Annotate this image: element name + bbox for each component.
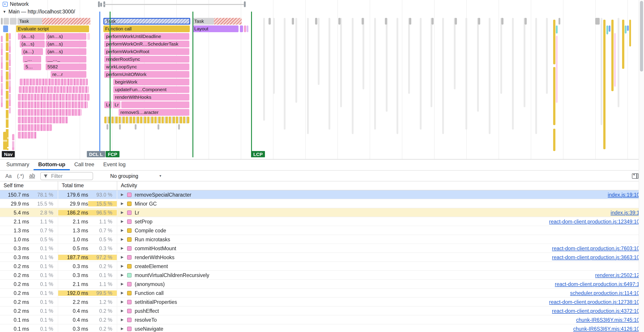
flame-bar[interactable] [408, 18, 410, 94]
flame-bar-function-call[interactable]: Function call [104, 25, 190, 32]
flame-bar-task[interactable]: Task [104, 18, 190, 24]
flame-bar[interactable] [629, 20, 631, 46]
marker-lcp[interactable]: LCP [251, 151, 265, 157]
expand-arrow-icon[interactable]: ▶ [121, 309, 127, 313]
flame-bar[interactable] [106, 124, 108, 130]
flame-bar[interactable] [4, 18, 9, 24]
source-link[interactable]: chunk-IR6S3I6Y.mjs:745:10 [576, 317, 644, 323]
flame-bar[interactable] [558, 18, 560, 24]
flame-bar[interactable] [135, 124, 136, 130]
flame-bar[interactable] [625, 25, 626, 33]
flame-bar-5582[interactable]: 5582 [46, 63, 86, 70]
flame-bar-beginwork[interactable]: beginWork [113, 79, 189, 85]
marker-nav[interactable]: Nav [2, 151, 15, 157]
flame-bar[interactable] [501, 18, 504, 24]
flame-bar[interactable] [119, 124, 121, 130]
flame-bar-task[interactable]: Task [18, 18, 42, 24]
vertical-scrollbar[interactable] [639, 0, 644, 332]
flame-bar[interactable] [614, 33, 616, 87]
expand-arrow-icon[interactable]: ▶ [121, 264, 127, 268]
flame-bar[interactable] [246, 25, 248, 32]
column-header-self-time[interactable]: Self time [0, 181, 58, 190]
scrollbar-thumb[interactable] [640, 1, 643, 71]
marker-dcl-l[interactable]: DCL L [87, 151, 105, 157]
flame-bar-removes-aracter[interactable]: removeS…aracter [118, 109, 189, 116]
grouping-select[interactable]: No grouping ▼ [110, 173, 162, 178]
flame-bar[interactable] [455, 18, 457, 24]
table-row[interactable]: 2.1 ms1.1 %2.1 ms1.1 %▶setPropreact-dom-… [0, 217, 644, 226]
flame-bar[interactable] [420, 18, 422, 130]
flame-bar[interactable] [352, 18, 354, 134]
source-link[interactable]: react-dom-client.production.js:12738:10 [549, 299, 644, 305]
flame-bar[interactable] [396, 18, 398, 134]
expand-arrow-icon[interactable]: ▶ [121, 318, 127, 322]
flame-bar[interactable] [9, 33, 11, 114]
tab-event-log[interactable]: Event log [99, 160, 130, 170]
flame-bar[interactable] [478, 18, 480, 24]
flame-bar[interactable] [600, 18, 602, 125]
flame-bar[interactable] [18, 124, 52, 131]
table-row[interactable]: 0.2 ms0.1 %192.0 ms99.5 %▶Function calls… [0, 289, 644, 298]
flame-bar[interactable] [362, 18, 364, 24]
flame-bar-renderwithhooks[interactable]: renderWithHooks [113, 94, 189, 101]
flame-bar[interactable] [12, 134, 14, 150]
tab-bottom-up[interactable]: Bottom-up [34, 160, 70, 170]
flame-bar-an-s[interactable]: (an…s) [46, 33, 86, 40]
flame-bar[interactable] [3, 25, 8, 32]
flame-bar[interactable] [20, 79, 88, 85]
flame-bar[interactable] [328, 18, 330, 130]
flame-bar[interactable] [442, 18, 444, 134]
flame-bar-performworkuntildeadline[interactable]: performWorkUntilDeadline [104, 33, 189, 40]
flame-bar[interactable] [477, 18, 479, 112]
main-track[interactable]: ▼ Main — http://localhost:3000/ [3, 9, 75, 14]
flame-bar[interactable] [546, 18, 548, 94]
source-link[interactable]: chunk-IR6S3I6Y.mjs:4126:10 [573, 326, 644, 331]
flame-bar[interactable] [340, 18, 342, 107]
flame-bar[interactable] [100, 3, 102, 7]
flame-bar[interactable] [3, 132, 7, 152]
expand-arrow-icon[interactable]: ▶ [121, 237, 127, 241]
flame-bar[interactable] [284, 18, 286, 130]
flame-bar[interactable] [622, 20, 624, 69]
flame-bar-5[interactable]: 5… [24, 63, 41, 70]
flame-bar[interactable] [1, 36, 3, 107]
tab-summary[interactable]: Summary [2, 160, 34, 170]
table-row[interactable]: 0.3 ms0.1 %0.5 ms0.3 %▶commitHostMountre… [0, 244, 644, 253]
expand-arrow-icon[interactable]: ▶ [121, 210, 127, 214]
flame-bar[interactable] [18, 94, 90, 101]
flame-bar[interactable] [618, 18, 620, 107]
column-header-activity[interactable]: Activity [117, 181, 644, 190]
flame-bar[interactable] [524, 18, 527, 24]
flame-bar[interactable] [556, 36, 558, 103]
flame-bar[interactable] [104, 4, 244, 5]
flame-bar[interactable] [595, 18, 600, 24]
source-link[interactable]: react-dom-client.production.js:7603:10 [552, 246, 644, 251]
flame-bar[interactable] [500, 18, 502, 94]
flame-bar-lr[interactable]: Lr [104, 101, 112, 108]
table-row[interactable]: 0.1 ms0.1 %0.3 ms0.2 %▶useNavigatechunk-… [0, 325, 644, 332]
table-row[interactable]: 1.0 ms0.5 %1.0 ms0.5 %▶Run microtasks [0, 235, 644, 244]
table-row[interactable]: 0.2 ms0.1 %2.2 ms1.2 %▶setInitialPropert… [0, 298, 644, 307]
flame-bar[interactable] [409, 18, 411, 24]
source-link[interactable]: react-dom-client.production.js:4372:10 [552, 308, 644, 314]
flame-bar[interactable] [535, 18, 537, 134]
flame-bar-performworkonr-schedulertask[interactable]: performWorkOnR…SchedulerTask [104, 41, 189, 47]
flame-chart[interactable]: ▸ Network ▼ Main — http://localhost:3000… [0, 0, 644, 160]
flame-bar-re-r[interactable]: re…r [50, 71, 86, 78]
flame-bar[interactable] [611, 20, 614, 91]
filter-input[interactable] [50, 173, 90, 179]
source-link[interactable]: react-dom-client.production.js:12349:10 [549, 219, 644, 224]
expand-arrow-icon[interactable]: ▶ [121, 193, 127, 197]
flame-bar[interactable] [307, 18, 309, 134]
flame-bar[interactable] [268, 18, 271, 24]
flame-bar[interactable] [556, 25, 558, 33]
flame-bar[interactable] [386, 18, 388, 112]
flame-bar-item[interactable]: _… [23, 56, 41, 63]
table-row[interactable]: 0.2 ms0.1 %0.3 ms0.1 %▶mountVirtualChild… [0, 271, 644, 280]
flame-bar[interactable] [553, 129, 556, 151]
flame-bar[interactable] [466, 18, 467, 130]
expand-arrow-icon[interactable]: ▶ [121, 291, 127, 295]
table-row[interactable]: 1.3 ms0.7 %1.3 ms0.7 %▶Compile code [0, 226, 644, 235]
expand-arrow-icon[interactable]: ▶ [121, 282, 127, 286]
network-track-expand-icon[interactable]: ▸ [3, 1, 8, 6]
